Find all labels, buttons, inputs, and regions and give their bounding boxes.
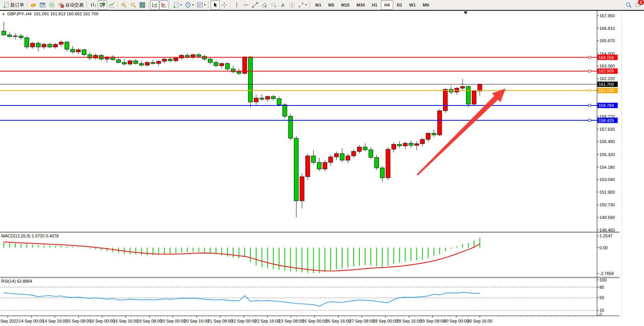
signal-button[interactable] bbox=[47, 0, 56, 10]
trendline-button[interactable] bbox=[250, 0, 260, 10]
price-badge-label: 159.784 bbox=[599, 103, 614, 108]
timeframe-w1[interactable]: W1 bbox=[406, 0, 419, 10]
periods-button[interactable]: ▾ bbox=[183, 0, 195, 10]
candle-up bbox=[306, 156, 310, 176]
toolbar-grip bbox=[208, 2, 209, 8]
candle-down bbox=[117, 60, 121, 63]
indicators-button[interactable]: ▾ bbox=[171, 0, 183, 10]
candle-up bbox=[156, 61, 161, 64]
candle-down bbox=[288, 116, 293, 138]
timeframe-h1[interactable]: H1 bbox=[368, 0, 380, 10]
candle-up bbox=[415, 144, 419, 145]
market-watch-button[interactable] bbox=[38, 0, 47, 10]
timeframe-m1[interactable]: M1 bbox=[312, 0, 325, 10]
timeframe-m15[interactable]: M15 bbox=[338, 0, 353, 10]
candle-up bbox=[461, 87, 465, 88]
candle-up bbox=[478, 84, 482, 91]
new-order-button[interactable]: 新订单 bbox=[2, 0, 26, 10]
candle-down bbox=[65, 42, 69, 49]
candle-down bbox=[237, 72, 241, 73]
timeframe-m30[interactable]: M30 bbox=[353, 0, 368, 10]
fibonacci-icon: F bbox=[270, 2, 277, 8]
svg-text:T: T bbox=[291, 3, 293, 7]
notifications-button[interactable]: 1 bbox=[633, 0, 642, 10]
bar-chart-button[interactable] bbox=[89, 0, 98, 10]
timeframe-label: W1 bbox=[407, 3, 418, 7]
auto-scroll-button[interactable] bbox=[150, 0, 159, 10]
one-click-arrow-icon[interactable]: ▼ bbox=[2, 13, 5, 16]
channel-button[interactable]: E bbox=[260, 0, 269, 10]
zoom-in-button[interactable] bbox=[119, 0, 128, 10]
sponge-icon bbox=[30, 2, 36, 8]
line-chart-button[interactable] bbox=[107, 0, 116, 10]
price-tick-label: 151.900 bbox=[600, 190, 615, 194]
hline-handle[interactable] bbox=[588, 104, 591, 107]
chart-shift-button[interactable] bbox=[159, 0, 168, 10]
toolbar-separator bbox=[148, 2, 149, 8]
trendline-icon bbox=[252, 2, 258, 8]
candle-down bbox=[226, 64, 230, 69]
candle-up bbox=[13, 36, 17, 36]
price-tick-label: 149.590 bbox=[600, 215, 615, 220]
chevron-down-icon: ▾ bbox=[192, 3, 194, 7]
rsi-tick-label: 50 bbox=[600, 295, 604, 300]
svg-text:F: F bbox=[275, 5, 277, 8]
sponge-button[interactable] bbox=[29, 0, 38, 10]
hline-button[interactable] bbox=[241, 0, 250, 10]
hline-handle[interactable] bbox=[588, 119, 591, 122]
arrows-button[interactable]: ▾ bbox=[296, 0, 308, 10]
chart-canvas[interactable]: 167.950166.810165.670164.500163.360162.2… bbox=[0, 0, 644, 326]
candle-up bbox=[265, 97, 270, 99]
timeframe-m5[interactable]: M5 bbox=[325, 0, 338, 10]
date-label: 26 Sep 00:00 bbox=[302, 319, 327, 323]
timeframe-h4[interactable]: H4 bbox=[381, 0, 393, 10]
autotrade-button[interactable]: 自动交易 bbox=[56, 0, 85, 10]
templates-button[interactable]: ▾ bbox=[195, 0, 207, 10]
candle-up bbox=[472, 91, 476, 104]
autotrade-button-label: 自动交易 bbox=[65, 2, 84, 8]
candle-down bbox=[25, 38, 29, 47]
text-button[interactable]: A bbox=[278, 0, 287, 10]
tile-windows-button[interactable] bbox=[138, 0, 147, 10]
date-label: 30 Sep 16:00 bbox=[467, 319, 492, 323]
candlestick-button[interactable] bbox=[98, 0, 107, 10]
search-button[interactable] bbox=[624, 0, 633, 10]
candle-down bbox=[185, 55, 189, 57]
date-label: 16 Sep 16:00 bbox=[113, 319, 138, 323]
candle-down bbox=[277, 99, 281, 105]
candle-down bbox=[197, 55, 201, 56]
candle-up bbox=[254, 98, 258, 102]
chevron-down-icon: ▾ bbox=[305, 3, 307, 7]
candle-up bbox=[403, 143, 407, 146]
timeframe-d1[interactable]: D1 bbox=[393, 0, 405, 10]
price-badge-label: 158.429 bbox=[599, 118, 614, 123]
notification-badge: 1 bbox=[638, 0, 644, 5]
candle-up bbox=[426, 133, 430, 140]
price-tick-label: 165.670 bbox=[600, 38, 615, 43]
candle-up bbox=[300, 177, 304, 201]
signal-icon bbox=[49, 2, 55, 8]
candle-up bbox=[59, 42, 63, 44]
macd-tick-label: -2.7659 bbox=[600, 271, 614, 276]
hline-handle[interactable] bbox=[588, 56, 591, 59]
candle-down bbox=[214, 63, 218, 66]
toolbar-separator bbox=[27, 2, 28, 8]
price-tick-label: 163.360 bbox=[600, 64, 615, 68]
crosshair-button[interactable] bbox=[220, 0, 229, 10]
candle-down bbox=[466, 87, 471, 104]
hline-handle[interactable] bbox=[588, 89, 591, 92]
zoom-out-button[interactable] bbox=[128, 0, 138, 10]
cursor-button[interactable] bbox=[211, 0, 220, 10]
candle-down bbox=[283, 105, 287, 116]
hline-handle[interactable] bbox=[588, 70, 591, 72]
candle-up bbox=[42, 44, 46, 47]
candle-up bbox=[329, 157, 333, 162]
vline-button[interactable] bbox=[232, 0, 241, 10]
rsi-tick-label: 0 bbox=[600, 312, 602, 317]
label-button[interactable]: T bbox=[287, 0, 296, 10]
fibonacci-button[interactable]: F bbox=[269, 0, 278, 10]
candle-up bbox=[30, 43, 35, 47]
candle-down bbox=[432, 133, 436, 135]
candle-down bbox=[380, 168, 384, 178]
timeframe-mn[interactable]: MN bbox=[419, 0, 433, 10]
